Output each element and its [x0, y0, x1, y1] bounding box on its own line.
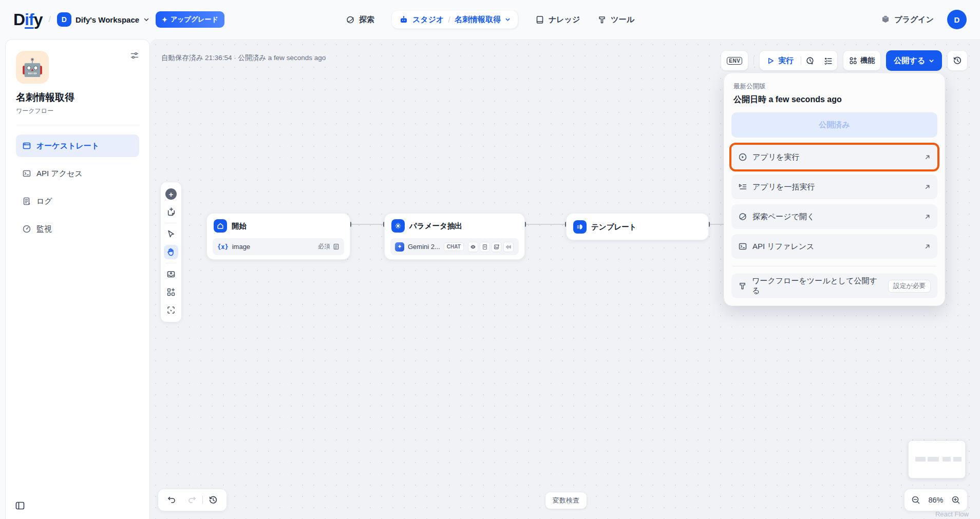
robot-icon — [399, 15, 408, 24]
collapse-sidebar-icon[interactable] — [15, 501, 25, 511]
menu-item-api-reference[interactable]: API リファレンス — [731, 234, 937, 259]
edge-param-to-template — [525, 224, 566, 225]
external-link-icon — [924, 154, 931, 161]
change-history-button[interactable] — [203, 495, 223, 505]
studio-label: スタジオ — [412, 15, 444, 25]
edge-template-out — [709, 224, 724, 225]
app-subtitle: ワークフロー — [16, 107, 139, 116]
node-template[interactable]: テンプレート — [566, 213, 709, 240]
schedule-icon[interactable] — [801, 51, 819, 70]
node-title: 開始 — [232, 221, 247, 231]
node-start[interactable]: 開始 {x} image 必須 — [206, 213, 350, 260]
app-sidebar: 🤖 名刺情報取得 ワークフロー オーケストレート API アクセス ログ 監視 — [0, 39, 150, 519]
dify-logo[interactable]: Dify — [13, 10, 42, 29]
nav-studio[interactable]: スタジオ / 名刺情報取得 — [392, 11, 518, 29]
node-title: テンプレート — [591, 222, 637, 232]
nav-explore[interactable]: 探索 — [346, 15, 374, 25]
sidebar-item-label: API アクセス — [36, 169, 83, 179]
external-link-icon — [924, 184, 931, 190]
sidebar-item-monitoring[interactable]: 監視 — [16, 218, 139, 240]
zoom-in-button[interactable] — [951, 495, 960, 505]
external-link-icon — [924, 243, 931, 250]
latest-version-label: 最新公開版 — [731, 82, 937, 91]
play-icon — [767, 57, 775, 65]
external-link-icon — [924, 214, 931, 220]
breadcrumb-separator: / — [48, 15, 50, 24]
pointer-tool-button[interactable] — [164, 227, 178, 241]
sidebar-item-label: 監視 — [36, 224, 52, 234]
node-title: パラメータ抽出 — [409, 221, 462, 231]
image-icon — [492, 242, 502, 252]
workspace-selector[interactable]: D Dify's Workspace — [57, 12, 149, 27]
nav-plugins[interactable]: プラグイン — [881, 15, 934, 25]
redo-button[interactable] — [182, 495, 202, 505]
hammer-icon — [738, 281, 747, 291]
organize-blocks-button[interactable] — [164, 285, 178, 299]
features-icon — [849, 56, 857, 65]
undo-button[interactable] — [161, 495, 182, 505]
history-controls — [158, 489, 227, 511]
template-icon — [573, 220, 587, 234]
add-note-button[interactable] — [164, 205, 178, 219]
user-avatar[interactable]: D — [947, 10, 967, 29]
published-button-disabled: 公開済み — [731, 112, 937, 138]
variable-icon: {x} — [217, 243, 229, 251]
app-title: 名刺情報取得 — [16, 91, 139, 104]
workflow-canvas[interactable]: 自動保存済み 21:36:54 · 公開済み a few seconds ago… — [150, 39, 980, 519]
minimap[interactable] — [908, 440, 966, 478]
book-icon — [535, 15, 544, 24]
fit-view-button[interactable] — [164, 303, 178, 317]
terminal-icon — [738, 242, 747, 251]
upgrade-button[interactable]: ✦ アップグレード — [156, 11, 224, 28]
publish-button[interactable]: 公開する — [886, 50, 942, 71]
gemini-model-icon: ✦ — [395, 242, 404, 252]
zoom-controls: 86% — [904, 489, 968, 511]
chevron-down-icon — [143, 16, 149, 23]
workspace-avatar: D — [57, 12, 71, 27]
features-button[interactable]: 機能 — [843, 50, 881, 71]
app-header: Dify / D Dify's Workspace ✦ アップグレード 探索 ス… — [0, 0, 980, 39]
react-flow-attribution: React Flow — [935, 510, 969, 518]
checklist-icon[interactable] — [819, 51, 837, 70]
variable-name: image — [232, 243, 250, 251]
add-node-button[interactable]: + — [164, 187, 178, 201]
divider — [753, 56, 754, 65]
sliders-icon[interactable] — [130, 51, 139, 60]
env-button[interactable]: ENV — [721, 50, 748, 71]
terminal-icon — [22, 169, 31, 178]
hand-tool-button[interactable] — [164, 245, 178, 259]
sidebar-item-api-access[interactable]: API アクセス — [16, 162, 139, 185]
zoom-level[interactable]: 86% — [927, 496, 945, 504]
menu-item-run-app[interactable]: アプリを実行 — [731, 145, 937, 169]
nav-tools[interactable]: ツール — [597, 15, 634, 25]
sidebar-item-logs[interactable]: ログ — [16, 190, 139, 213]
divider — [732, 266, 936, 266]
log-icon — [22, 197, 31, 206]
vision-icon — [468, 242, 478, 252]
chat-badge: CHAT — [444, 242, 464, 251]
nav-knowledge[interactable]: ナレッジ — [535, 15, 580, 25]
hammer-icon — [597, 15, 607, 24]
menu-item-publish-as-tool[interactable]: ワークフローをツールとして公開する 設定が必要 — [731, 274, 937, 298]
chevron-down-icon — [929, 58, 934, 64]
config-required-badge: 設定が必要 — [888, 280, 931, 293]
node-parameter-extract[interactable]: パラメータ抽出 ✦ Gemini 2... CHAT — [384, 213, 525, 260]
history-icon — [953, 56, 962, 65]
run-button[interactable]: 実行 — [760, 56, 801, 66]
menu-item-open-in-explore[interactable]: 探索ページで開く — [731, 204, 937, 229]
app-icon: 🤖 — [16, 51, 49, 84]
audio-icon — [503, 242, 514, 252]
menu-item-batch-run-app[interactable]: アプリを一括実行 — [731, 175, 937, 199]
chevron-down-icon — [505, 17, 511, 23]
import-dsl-button[interactable] — [164, 267, 178, 281]
edge-start-to-param — [350, 224, 384, 225]
sidebar-item-orchestrate[interactable]: オーケストレート — [16, 134, 139, 157]
zoom-out-button[interactable] — [911, 495, 920, 505]
parameter-extract-icon — [391, 219, 405, 233]
sidebar-item-label: ログ — [36, 197, 52, 206]
explore-icon — [346, 15, 355, 24]
variable-inspect-badge[interactable]: 変数検査 — [545, 492, 587, 509]
version-history-button[interactable] — [947, 50, 968, 71]
model-row: ✦ Gemini 2... CHAT — [390, 238, 519, 255]
divider — [16, 125, 139, 125]
